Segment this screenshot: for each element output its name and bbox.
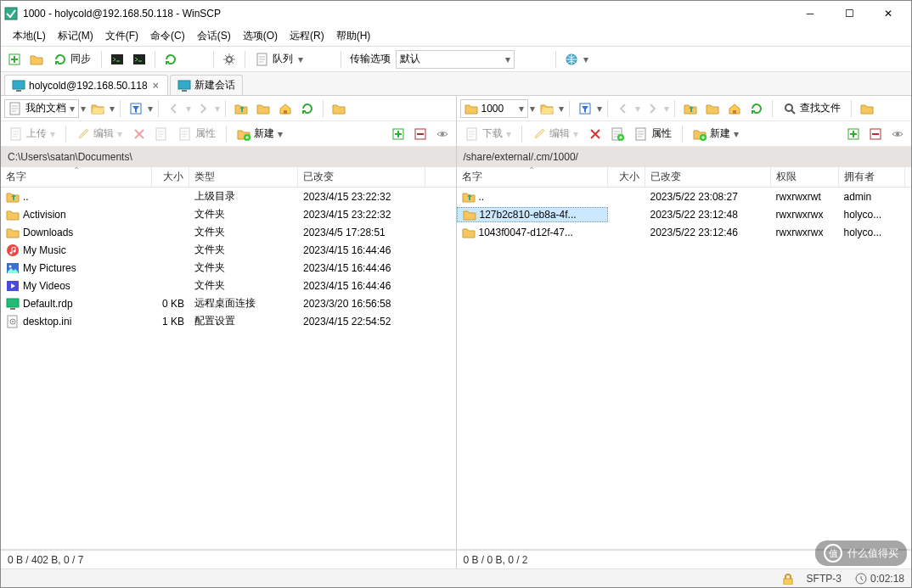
remote-fwd-icon[interactable] xyxy=(642,98,662,119)
menu-help[interactable]: 帮助(H) xyxy=(331,27,376,45)
globe-icon[interactable] xyxy=(561,49,582,70)
local-edit-button[interactable]: 编辑▾ xyxy=(71,124,127,144)
local-nav: 我的文档▾ ▾ ▾ ▾ ▾ ▾ xyxy=(1,96,456,121)
protocol-label: SFTP-3 xyxy=(807,573,842,585)
remote-open-icon[interactable] xyxy=(537,98,557,119)
list-item[interactable]: desktop.ini1 KB配置设置2023/4/15 22:54:52 xyxy=(1,312,456,330)
remote-col-owner[interactable]: 拥有者 xyxy=(839,167,905,187)
list-item[interactable]: 1043f0047-d12f-47...2023/5/22 23:12:46rw… xyxy=(457,223,912,241)
local-fwd-icon[interactable] xyxy=(193,98,213,119)
remote-col-name[interactable]: ⌃名字 xyxy=(457,167,608,187)
synchronize-button[interactable]: 同步 xyxy=(48,49,96,70)
remote-pane: 1000▾ ▾ ▾ ▾ ▾ ▾ 查找文件 下载▾ 编辑▾ 属性 xyxy=(457,96,912,549)
local-col-type[interactable]: 类型 xyxy=(189,167,298,187)
local-parent-icon[interactable] xyxy=(231,98,251,119)
list-item[interactable]: 127b2c810-eb8a-4f...2023/5/22 23:12:48rw… xyxy=(457,205,912,223)
upload-button[interactable]: 上传▾ xyxy=(4,124,60,144)
sync-browse-icon[interactable] xyxy=(4,49,25,70)
remote-tree-icon[interactable] xyxy=(857,98,877,119)
menu-local[interactable]: 本地(L) xyxy=(8,27,51,45)
list-item[interactable]: Activision文件夹2023/4/15 23:22:32 xyxy=(1,205,456,223)
terminal-icon[interactable] xyxy=(107,49,127,70)
remote-refresh-icon[interactable] xyxy=(746,98,767,119)
remote-edit-button[interactable]: 编辑▾ xyxy=(527,124,583,144)
remote-col-perm[interactable]: 权限 xyxy=(771,167,839,187)
tab-new-session-label: 新建会话 xyxy=(194,78,235,92)
remote-file-list[interactable]: ⌃名字 大小 已改变 权限 拥有者 ..2023/5/22 23:08:27rw… xyxy=(457,167,912,549)
remote-props-button[interactable]: 属性 xyxy=(629,124,677,144)
menu-command[interactable]: 命令(C) xyxy=(145,27,190,45)
local-dir-selector[interactable]: 我的文档▾ xyxy=(4,99,79,118)
close-button[interactable]: ✕ xyxy=(869,1,908,26)
sync-dirs-icon[interactable] xyxy=(160,49,181,70)
local-path[interactable]: C:\Users\satan\Documents\ xyxy=(1,147,456,167)
clock-icon xyxy=(855,573,867,585)
menu-mark[interactable]: 标记(M) xyxy=(53,27,99,45)
menu-options[interactable]: 选项(O) xyxy=(238,27,283,45)
menu-remote[interactable]: 远程(R) xyxy=(284,27,329,45)
local-col-name[interactable]: ⌃名字 xyxy=(1,167,152,187)
remote-root-icon[interactable] xyxy=(702,98,723,119)
list-item[interactable]: My Music文件夹2023/4/15 16:44:46 xyxy=(1,241,456,259)
menu-file[interactable]: 文件(F) xyxy=(100,27,144,45)
local-file-list[interactable]: ⌃名字 大小 类型 已改变 ..上级目录2023/4/15 23:22:32Ac… xyxy=(1,167,456,549)
local-refresh-icon[interactable] xyxy=(297,98,318,119)
local-new-button[interactable]: 新建▾ xyxy=(232,124,288,144)
remote-rename-icon[interactable] xyxy=(607,124,628,144)
list-item[interactable]: My Pictures文件夹2023/4/15 16:44:46 xyxy=(1,259,456,277)
menu-session[interactable]: 会话(S) xyxy=(192,27,236,45)
list-item[interactable]: Default.rdp0 KB远程桌面连接2023/3/20 16:56:58 xyxy=(1,294,456,312)
local-view-icon[interactable] xyxy=(432,124,453,144)
list-item[interactable]: ..上级目录2023/4/15 23:22:32 xyxy=(1,188,456,205)
remote-filter-icon[interactable] xyxy=(575,98,595,119)
tab-new-session[interactable]: 新建会话 xyxy=(170,75,243,95)
local-props-button[interactable]: 属性 xyxy=(173,124,221,144)
remote-view-icon[interactable] xyxy=(887,124,908,144)
local-actions: 上传▾ 编辑▾ 属性 新建▾ xyxy=(1,121,456,147)
elapsed-time: 0:02:18 xyxy=(870,573,904,585)
app-icon xyxy=(4,7,18,20)
remote-nav: 1000▾ ▾ ▾ ▾ ▾ ▾ 查找文件 xyxy=(457,96,912,121)
local-col-date[interactable]: 已改变 xyxy=(298,167,425,187)
local-filter-icon[interactable] xyxy=(126,98,146,119)
remote-home-icon[interactable] xyxy=(724,98,745,119)
transfer-label: 传输选项 xyxy=(346,52,394,66)
remote-delete-icon[interactable] xyxy=(585,124,605,144)
remote-back-icon[interactable] xyxy=(613,98,633,119)
local-col-size[interactable]: 大小 xyxy=(152,167,189,187)
main-toolbar: 同步 队列▾ 传输选项 默认▾ ▾ xyxy=(1,47,911,72)
remote-col-date[interactable]: 已改变 xyxy=(645,167,771,187)
minimize-button[interactable]: ─ xyxy=(791,1,830,26)
local-expand-icon[interactable] xyxy=(388,124,408,144)
compare-icon[interactable] xyxy=(26,49,47,70)
find-files-button[interactable]: 查找文件 xyxy=(778,98,846,119)
tab-session[interactable]: holycold@192.168.50.118 × xyxy=(4,75,168,95)
remote-col-size[interactable]: 大小 xyxy=(608,167,645,187)
local-back-icon[interactable] xyxy=(164,98,184,119)
queue-button[interactable]: 队列▾ xyxy=(251,49,308,70)
local-rename-icon[interactable] xyxy=(151,124,172,144)
local-tree-icon[interactable] xyxy=(329,98,349,119)
local-home-icon[interactable] xyxy=(275,98,296,119)
list-item[interactable]: ..2023/5/22 23:08:27rwxrwxrwtadmin xyxy=(457,188,912,205)
local-root-icon[interactable] xyxy=(253,98,273,119)
list-item[interactable]: Downloads文件夹2023/4/5 17:28:51 xyxy=(1,223,456,241)
local-open-icon[interactable] xyxy=(87,98,108,119)
transfer-combo[interactable]: 默认▾ xyxy=(396,50,515,69)
remote-collapse-icon[interactable] xyxy=(865,124,886,144)
watermark: 值什么值得买 xyxy=(815,540,907,566)
remote-path[interactable]: /share/external/.cm/1000/ xyxy=(457,147,912,167)
remote-new-button[interactable]: 新建▾ xyxy=(688,124,744,144)
tab-close-icon[interactable]: × xyxy=(151,80,160,92)
local-delete-icon[interactable] xyxy=(129,124,149,144)
remote-parent-icon[interactable] xyxy=(680,98,701,119)
maximize-button[interactable]: ☐ xyxy=(830,1,869,26)
local-collapse-icon[interactable] xyxy=(410,124,431,144)
console-icon[interactable] xyxy=(129,49,149,70)
remote-dir-selector[interactable]: 1000▾ xyxy=(460,99,528,118)
remote-expand-icon[interactable] xyxy=(843,124,864,144)
list-item[interactable]: My Videos文件夹2023/4/15 16:44:46 xyxy=(1,277,456,294)
download-button[interactable]: 下载▾ xyxy=(460,124,516,144)
gear-icon[interactable] xyxy=(219,49,239,70)
window-title: 1000 - holycold@192.168.50.118 - WinSCP xyxy=(23,8,791,20)
